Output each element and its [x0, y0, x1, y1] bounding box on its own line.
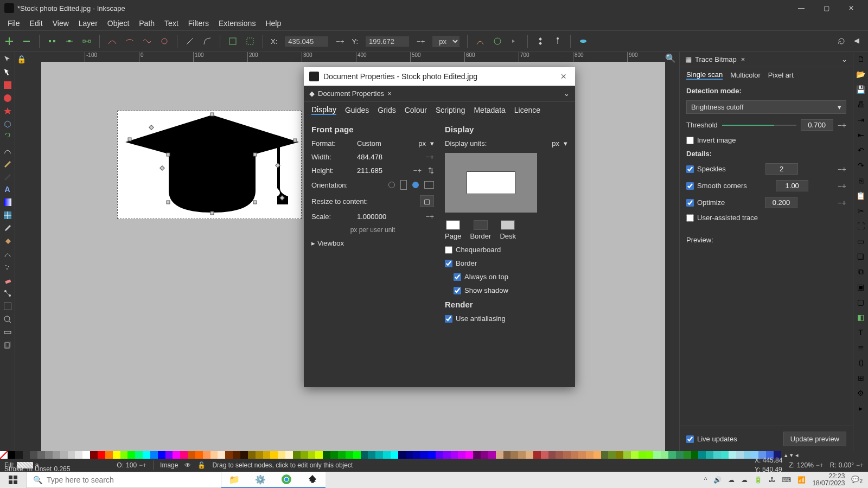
color-swatch[interactable]	[698, 451, 706, 459]
format-value[interactable]: Custom	[357, 139, 381, 147]
palette-down-icon[interactable]: ▾	[790, 452, 793, 459]
join-segment-icon[interactable]	[82, 36, 92, 46]
viewbox-expand-icon[interactable]: ▸	[311, 239, 315, 247]
color-swatch[interactable]	[203, 451, 210, 459]
zoom-value[interactable]: 120%	[797, 461, 814, 469]
color-swatch[interactable]	[233, 451, 240, 459]
antialias-checkbox[interactable]	[445, 315, 452, 323]
no-fill-swatch[interactable]	[0, 451, 8, 459]
color-swatch[interactable]	[301, 451, 308, 459]
dropper-tool[interactable]	[3, 223, 12, 233]
snap-lock-icon[interactable]: 🔒	[16, 54, 26, 64]
line-segment-icon[interactable]	[185, 36, 195, 46]
speckles-checkbox[interactable]	[686, 165, 694, 173]
palette-up-icon[interactable]: ▴	[784, 452, 788, 459]
color-swatch[interactable]	[406, 451, 413, 459]
color-swatch[interactable]	[639, 451, 646, 459]
lock-aspect-icon[interactable]: ⇅	[428, 166, 434, 175]
x-stepper[interactable]: −+	[336, 37, 344, 46]
pencil-tool[interactable]	[3, 158, 12, 168]
color-swatch[interactable]	[330, 451, 338, 459]
cusp-node-icon[interactable]	[107, 36, 117, 46]
y-input[interactable]	[366, 36, 409, 47]
desk-color-swatch[interactable]	[501, 220, 515, 230]
ellipse-tool[interactable]	[3, 93, 12, 103]
color-swatch[interactable]	[601, 451, 609, 459]
smooth-value[interactable]: 1.00	[776, 180, 808, 191]
color-swatch[interactable]	[586, 451, 593, 459]
color-swatch[interactable]	[308, 451, 316, 459]
symmetric-node-icon[interactable]	[142, 36, 152, 46]
zoom-canvas-icon[interactable]: 🔍	[665, 53, 676, 63]
color-swatch[interactable]	[30, 451, 37, 459]
smooth-node-icon[interactable]	[125, 36, 135, 46]
color-swatch[interactable]	[713, 451, 721, 459]
color-swatch[interactable]	[60, 451, 68, 459]
minimize-button[interactable]: —	[789, 0, 814, 16]
assisted-checkbox[interactable]	[686, 214, 694, 222]
color-swatch[interactable]	[120, 451, 128, 459]
color-swatch[interactable]	[623, 451, 631, 459]
height-stepper[interactable]: −+	[413, 166, 422, 175]
color-swatch[interactable]	[23, 451, 30, 459]
border-checkbox[interactable]	[445, 260, 452, 267]
undo-icon[interactable]: ↶	[856, 145, 866, 155]
color-swatch[interactable]	[165, 451, 173, 459]
3dbox-tool[interactable]	[3, 119, 12, 129]
resize-button[interactable]: ▢	[420, 195, 434, 207]
align-icon[interactable]: ⊞	[856, 373, 866, 383]
import-icon[interactable]: ⇥	[856, 115, 866, 125]
calligraphy-tool[interactable]	[3, 171, 12, 181]
refresh-icon[interactable]	[837, 36, 846, 46]
threshold-slider[interactable]	[722, 125, 796, 126]
panel-toggle-icon[interactable]: ◀	[854, 36, 864, 46]
color-swatch[interactable]	[225, 451, 233, 459]
scale-input[interactable]	[357, 213, 400, 221]
connector-tool[interactable]	[3, 288, 12, 298]
color-swatch[interactable]	[593, 451, 601, 459]
insert-node-icon[interactable]	[4, 36, 14, 46]
dialog-tab-label[interactable]: Document Properties	[318, 89, 384, 98]
transform-handles-icon[interactable]	[535, 36, 545, 46]
color-swatch[interactable]	[420, 451, 428, 459]
lpe-tool[interactable]	[3, 301, 12, 311]
y-stepper[interactable]: −+	[417, 37, 425, 46]
clock[interactable]: 22:23 18/07/2023	[812, 473, 845, 487]
color-swatch[interactable]	[90, 451, 98, 459]
display-units-value[interactable]: px	[552, 139, 559, 147]
duplicate-icon[interactable]: ❏	[856, 252, 866, 261]
menu-extensions[interactable]: Extensions	[214, 18, 260, 29]
update-preview-button[interactable]: Update preview	[783, 432, 846, 446]
measure-tool[interactable]	[3, 328, 12, 337]
portrait-radio[interactable]	[388, 182, 395, 188]
auto-node-icon[interactable]	[159, 36, 169, 46]
color-swatch[interactable]	[278, 451, 285, 459]
optimize-stepper[interactable]: −+	[838, 198, 846, 207]
break-node-icon[interactable]	[47, 36, 57, 46]
color-swatch[interactable]	[556, 451, 563, 459]
menu-file[interactable]: File	[3, 18, 24, 29]
lock-icon[interactable]: 🔓	[197, 461, 206, 469]
color-swatch[interactable]	[113, 451, 120, 459]
color-swatch[interactable]	[616, 451, 623, 459]
color-swatch[interactable]	[571, 451, 578, 459]
new-doc-icon[interactable]: 🗋	[856, 54, 866, 64]
zoom-stepper[interactable]: −+	[816, 461, 824, 469]
stroke-to-path-icon[interactable]	[245, 36, 255, 46]
dialog-tab-grids[interactable]: Grids	[378, 106, 395, 114]
bezier-tool[interactable]	[3, 145, 12, 155]
onedrive-icon[interactable]: ☁	[728, 476, 735, 484]
tray-expand-icon[interactable]: ^	[704, 476, 707, 484]
color-swatch[interactable]	[353, 451, 361, 459]
object-to-path-icon[interactable]	[228, 36, 238, 46]
live-updates-checkbox[interactable]	[686, 435, 694, 443]
viewbox-label[interactable]: Viewbox	[317, 239, 344, 247]
color-swatch[interactable]	[684, 451, 691, 459]
color-swatch[interactable]	[398, 451, 406, 459]
battery-icon[interactable]: 🔋	[754, 476, 762, 484]
clone-icon[interactable]: ⧉	[856, 267, 866, 277]
color-swatch[interactable]	[721, 451, 729, 459]
color-swatch[interactable]	[676, 451, 684, 459]
keyboard-icon[interactable]: ⌨	[782, 476, 791, 484]
color-swatch[interactable]	[98, 451, 105, 459]
